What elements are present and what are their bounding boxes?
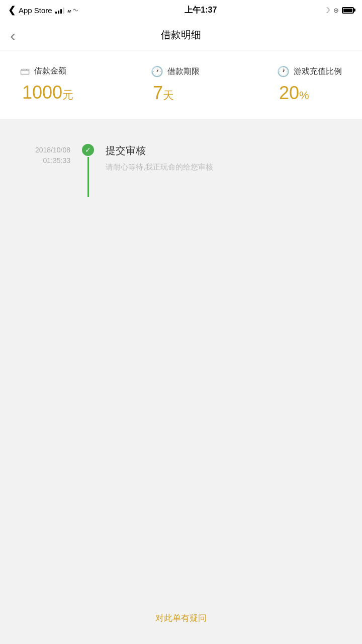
loan-ratio-label-row: 🕐 游戏充值比例 <box>277 65 342 77</box>
loan-term-label-row: 🕐 借款期限 <box>151 65 200 77</box>
loan-amount-label: 借款金额 <box>34 66 66 76</box>
loan-term-label: 借款期限 <box>167 66 200 77</box>
ratio-unit: % <box>299 89 309 102</box>
term-unit: 天 <box>163 89 174 102</box>
battery-fill <box>343 9 352 12</box>
ratio-number: 20 <box>279 83 299 103</box>
timeline-section: 2018/10/08 01:35:33 ✓ 提交审核 请耐心等待,我正玩命的给您… <box>0 124 362 644</box>
page-title: 借款明细 <box>161 28 201 42</box>
status-time: 上午1:37 <box>185 5 217 16</box>
timeline-line-0 <box>87 157 89 197</box>
loan-term-item: 🕐 借款期限 7天 <box>151 65 200 104</box>
back-arrow-status: ❮ <box>8 5 16 16</box>
loan-term-value: 7天 <box>153 83 174 103</box>
battery-icon <box>342 7 354 14</box>
database-icon: 🗃 <box>20 65 30 77</box>
carrier-label: App Store <box>19 6 52 15</box>
timeline-clock: 01:35:33 <box>20 155 70 166</box>
ratio-clock-icon: 🕐 <box>277 65 290 77</box>
loan-ratio-label: 游戏充值比例 <box>294 66 342 77</box>
loan-ratio-value: 20% <box>279 83 309 103</box>
loan-amount-value: 1000元 <box>22 82 73 103</box>
timeline-date: 2018/10/08 <box>20 145 70 155</box>
timeline-content-0: 提交审核 请耐心等待,我正玩命的给您审核 <box>96 144 342 173</box>
timeline-title-0: 提交审核 <box>106 144 342 157</box>
loan-amount-item: 🗃 借款金额 1000元 <box>20 65 73 103</box>
loan-ratio-value-row: 20% <box>277 83 309 104</box>
loan-ratio-item: 🕐 游戏充值比例 20% <box>277 65 342 104</box>
location-icon: ⊕ <box>333 7 339 14</box>
back-chevron-icon: ‹ <box>10 27 16 44</box>
footer: 对此单有疑问 <box>0 612 362 624</box>
timeline-entry-0: 2018/10/08 01:35:33 ✓ 提交审核 请耐心等待,我正玩命的给您… <box>0 144 362 197</box>
timeline-connector-0: ✓ <box>80 144 96 197</box>
nav-bar: ‹ 借款明细 <box>0 20 362 50</box>
timeline-time-0: 2018/10/08 01:35:33 <box>20 144 80 166</box>
check-icon: ✓ <box>85 146 91 154</box>
loan-info-card: 🗃 借款金额 1000元 🕐 借款期限 7天 🕐 游戏充值比例 20% <box>0 50 362 119</box>
status-right: ☽ ⊕ <box>324 6 354 14</box>
clock-icon: 🕐 <box>151 65 163 77</box>
loan-amount-value-row: 1000元 <box>20 82 73 103</box>
back-button[interactable]: ‹ <box>10 27 16 44</box>
amount-number: 1000 <box>22 82 62 103</box>
wifi-icon: 𝓊 ∿ <box>67 6 78 15</box>
timeline-dot-0: ✓ <box>82 144 94 156</box>
inquiry-link[interactable]: 对此单有疑问 <box>155 612 207 624</box>
term-number: 7 <box>153 83 163 103</box>
status-bar: ❮ App Store 𝓊 ∿ 上午1:37 ☽ ⊕ <box>0 0 362 20</box>
section-divider <box>0 119 362 124</box>
loan-amount-label-row: 🗃 借款金额 <box>20 65 66 77</box>
loan-term-value-row: 7天 <box>151 83 174 104</box>
carrier-area: ❮ App Store 𝓊 ∿ <box>8 5 78 16</box>
moon-icon: ☽ <box>324 6 330 14</box>
timeline-desc-0: 请耐心等待,我正玩命的给您审核 <box>106 162 342 173</box>
amount-unit: 元 <box>62 89 73 101</box>
signal-icon <box>55 7 64 14</box>
